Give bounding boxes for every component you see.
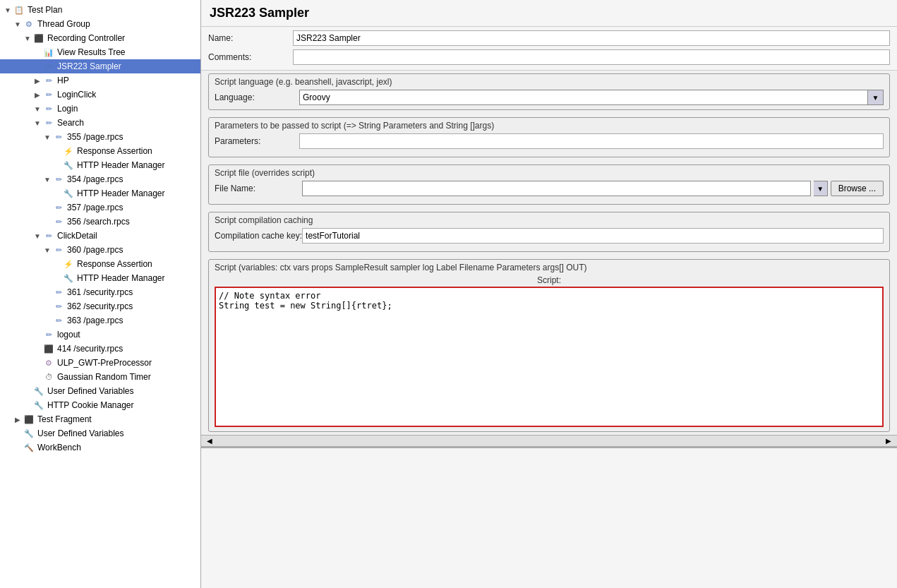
toggle-recording-controller[interactable]: ▼ bbox=[23, 35, 32, 42]
sidebar-item-response-assertion-1[interactable]: ⚡Response Assertion bbox=[0, 144, 200, 158]
icon-user-defined-vars-2: 🔧 bbox=[23, 428, 35, 439]
compilation-section-title: Script compilation caching bbox=[215, 215, 884, 225]
sidebar-item-gaussian-timer[interactable]: ⏱Gaussian Random Timer bbox=[0, 370, 200, 384]
icon-http-cookie-manager: 🔧 bbox=[32, 400, 45, 411]
panel-title: JSR223 Sampler bbox=[201, 0, 897, 27]
sidebar-item-workbench[interactable]: 🔨WorkBench bbox=[0, 440, 200, 455]
language-select[interactable]: Groovy beanshell javascript jexl bbox=[299, 90, 868, 105]
sidebar-item-362-security[interactable]: ✏362 /security.rpcs bbox=[0, 299, 200, 313]
icon-gaussian-timer: ⏱ bbox=[42, 371, 55, 383]
sidebar-item-361-security[interactable]: ✏361 /security.rpcs bbox=[0, 285, 200, 299]
file-select-arrow[interactable]: ▼ bbox=[814, 181, 828, 196]
sidebar-item-user-defined-vars-1[interactable]: 🔧User Defined Variables bbox=[0, 384, 200, 398]
sidebar-item-363-page[interactable]: ✏363 /page.rpcs bbox=[0, 313, 200, 328]
icon-test-plan: 📋 bbox=[13, 4, 25, 16]
toggle-hp[interactable]: ▶ bbox=[32, 77, 42, 85]
file-name-input[interactable] bbox=[302, 181, 811, 196]
script-language-section-title: Script language (e.g. beanshell, javascr… bbox=[215, 77, 884, 87]
label-response-assertion-1: Response Assertion bbox=[77, 146, 152, 156]
parameters-input[interactable] bbox=[299, 133, 884, 149]
toggle-clickdetail[interactable]: ▼ bbox=[32, 232, 42, 240]
comments-input[interactable] bbox=[293, 49, 890, 65]
icon-http-header-manager-1: 🔧 bbox=[62, 160, 75, 171]
sidebar-item-clickdetail[interactable]: ▼✏ClickDetail bbox=[0, 229, 200, 243]
sidebar-item-logout[interactable]: ✏logout bbox=[0, 328, 200, 342]
script-label: Script: bbox=[215, 275, 884, 285]
scroll-left-arrow[interactable]: ◀ bbox=[204, 437, 215, 445]
icon-hp: ✏ bbox=[42, 75, 55, 86]
icon-360-page: ✏ bbox=[52, 244, 65, 256]
main-panel: JSR223 Sampler Name: Comments: Script la… bbox=[201, 0, 897, 588]
label-http-cookie-manager: HTTP Cookie Manager bbox=[47, 400, 134, 410]
icon-362-security: ✏ bbox=[52, 301, 65, 312]
label-test-fragment: Test Fragment bbox=[37, 414, 92, 424]
sidebar-item-http-header-manager-3[interactable]: 🔧HTTP Header Manager bbox=[0, 271, 200, 285]
sidebar-item-355-page[interactable]: ▼✏355 /page.rpcs bbox=[0, 130, 200, 144]
language-select-arrow[interactable]: ▼ bbox=[868, 90, 884, 105]
name-input[interactable] bbox=[293, 30, 890, 46]
cache-key-label: Compilation cache key: bbox=[215, 231, 302, 241]
scroll-right-arrow[interactable]: ▶ bbox=[883, 437, 894, 445]
toggle-login[interactable]: ▼ bbox=[32, 105, 42, 113]
icon-jsr223-sampler: ✏ bbox=[42, 61, 55, 72]
toggle-loginclick[interactable]: ▶ bbox=[32, 91, 42, 99]
label-jsr223-sampler: JSR223 Sampler bbox=[57, 61, 121, 71]
sidebar: ▼📋Test Plan▼⚙Thread Group▼⬛Recording Con… bbox=[0, 0, 201, 588]
sidebar-item-ulp-gwt[interactable]: ⚙ULP_GWT-PreProcessor bbox=[0, 356, 200, 370]
sidebar-item-user-defined-vars-2[interactable]: 🔧User Defined Variables bbox=[0, 426, 200, 440]
icon-login: ✏ bbox=[42, 103, 55, 114]
sidebar-item-414-security[interactable]: ⬛414 /security.rpcs bbox=[0, 342, 200, 356]
icon-356-search: ✏ bbox=[52, 216, 65, 227]
cache-key-input[interactable] bbox=[302, 228, 884, 244]
label-http-header-manager-3: HTTP Header Manager bbox=[77, 273, 165, 283]
icon-414-security: ⬛ bbox=[42, 343, 55, 354]
sidebar-item-test-fragment[interactable]: ▶⬛Test Fragment bbox=[0, 412, 200, 426]
label-414-security: 414 /security.rpcs bbox=[57, 344, 123, 354]
icon-workbench: 🔨 bbox=[23, 442, 35, 453]
parameters-section-title: Parameters to be passed to script (=> St… bbox=[215, 121, 884, 131]
sidebar-item-hp[interactable]: ▶✏HP bbox=[0, 73, 200, 88]
name-label: Name: bbox=[208, 33, 293, 43]
label-thread-group: Thread Group bbox=[37, 19, 90, 29]
sidebar-item-360-page[interactable]: ▼✏360 /page.rpcs bbox=[0, 243, 200, 257]
sidebar-item-login[interactable]: ▼✏Login bbox=[0, 102, 200, 116]
toggle-360-page[interactable]: ▼ bbox=[42, 246, 52, 254]
icon-361-security: ✏ bbox=[52, 287, 65, 298]
sidebar-item-view-results-tree[interactable]: 📊View Results Tree bbox=[0, 45, 200, 59]
toggle-test-fragment[interactable]: ▶ bbox=[13, 416, 23, 424]
label-clickdetail: ClickDetail bbox=[57, 231, 97, 241]
sidebar-item-loginclick[interactable]: ▶✏LoginClick bbox=[0, 88, 200, 102]
toggle-355-page[interactable]: ▼ bbox=[42, 133, 52, 141]
label-363-page: 363 /page.rpcs bbox=[67, 316, 123, 325]
toggle-test-plan[interactable]: ▼ bbox=[3, 6, 13, 14]
sidebar-item-354-page[interactable]: ▼✏354 /page.rpcs bbox=[0, 172, 200, 186]
icon-response-assertion-1: ⚡ bbox=[62, 145, 75, 157]
label-user-defined-vars-2: User Defined Variables bbox=[37, 428, 124, 438]
sidebar-item-http-header-manager-2[interactable]: 🔧HTTP Header Manager bbox=[0, 186, 200, 200]
icon-test-fragment: ⬛ bbox=[23, 414, 35, 425]
label-356-search: 356 /search.rpcs bbox=[67, 217, 130, 227]
sidebar-item-thread-group[interactable]: ▼⚙Thread Group bbox=[0, 17, 200, 31]
label-ulp-gwt: ULP_GWT-PreProcessor bbox=[57, 358, 152, 368]
label-test-plan: Test Plan bbox=[28, 5, 62, 15]
label-logout: logout bbox=[57, 330, 80, 340]
sidebar-item-recording-controller[interactable]: ▼⬛Recording Controller bbox=[0, 31, 200, 45]
sidebar-item-http-cookie-manager[interactable]: 🔧HTTP Cookie Manager bbox=[0, 398, 200, 412]
sidebar-item-jsr223-sampler[interactable]: ✏JSR223 Sampler bbox=[0, 59, 200, 73]
icon-response-assertion-2: ⚡ bbox=[62, 258, 75, 270]
label-hp: HP bbox=[57, 76, 69, 85]
script-file-section-title: Script file (overrides script) bbox=[215, 168, 884, 178]
sidebar-item-search[interactable]: ▼✏Search bbox=[0, 116, 200, 130]
toggle-search[interactable]: ▼ bbox=[32, 119, 42, 127]
sidebar-item-response-assertion-2[interactable]: ⚡Response Assertion bbox=[0, 257, 200, 271]
toggle-354-page[interactable]: ▼ bbox=[42, 176, 52, 184]
sidebar-item-http-header-manager-1[interactable]: 🔧HTTP Header Manager bbox=[0, 158, 200, 172]
toggle-thread-group[interactable]: ▼ bbox=[13, 20, 23, 28]
icon-355-page: ✏ bbox=[52, 131, 65, 143]
script-textarea[interactable] bbox=[215, 287, 884, 427]
sidebar-item-test-plan[interactable]: ▼📋Test Plan bbox=[0, 3, 200, 17]
icon-thread-group: ⚙ bbox=[23, 18, 35, 30]
sidebar-item-356-search[interactable]: ✏356 /search.rpcs bbox=[0, 215, 200, 229]
browse-button[interactable]: Browse ... bbox=[831, 181, 884, 196]
sidebar-item-357-page[interactable]: ✏357 /page.rpcs bbox=[0, 200, 200, 215]
